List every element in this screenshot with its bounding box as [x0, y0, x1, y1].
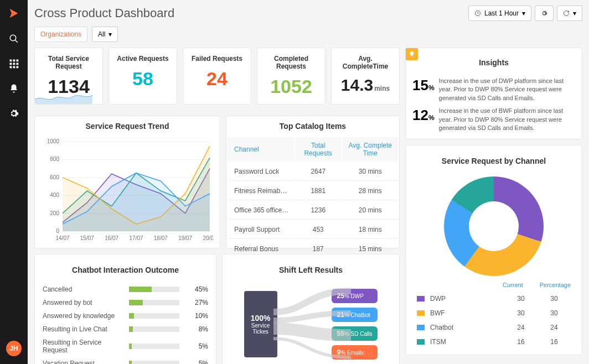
avatar[interactable]: JH	[6, 341, 22, 356]
bar-pct: 27%	[188, 299, 208, 306]
svg-rect-8	[10, 66, 12, 69]
legend-current: 30	[504, 309, 538, 317]
filter-organizations[interactable]: Organizations	[34, 27, 87, 42]
col-total[interactable]: Total Requests	[295, 137, 342, 162]
bar-label: Resulting in Service Request	[43, 339, 120, 354]
chevron-down-icon: ▾	[108, 30, 112, 38]
legend-name: Chatbot	[430, 324, 504, 331]
page-title: Cross Product Dashboard	[34, 6, 174, 20]
table-row[interactable]: Office 365 office Ed…123620 mins	[228, 201, 398, 220]
cell-channel: Office 365 office Ed…	[228, 201, 294, 220]
insight-text: Increase in the use of BWF platform sinc…	[439, 107, 575, 132]
swatch	[417, 310, 425, 316]
bar-bg	[129, 344, 179, 349]
kpi-total[interactable]: Total Service Request 1134	[34, 48, 103, 105]
cell-total: 1236	[295, 201, 342, 220]
kpi-label: Total Service Request	[38, 55, 99, 70]
legend-row: ITSM1616	[411, 335, 576, 349]
legend-col-pct: Percentage	[540, 282, 571, 288]
bar-bg	[129, 287, 179, 292]
svg-rect-7	[17, 63, 19, 65]
legend-row: Chatbot2424	[411, 320, 576, 335]
swatch	[417, 339, 425, 345]
svg-text:200: 200	[50, 210, 59, 216]
timerange-dropdown[interactable]: Last 1 Hour ▾	[468, 6, 531, 21]
bar-bg	[129, 313, 179, 319]
kpi-avg[interactable]: Avg. CompleteTime 14.3mins	[331, 48, 400, 105]
table-row[interactable]: Payroll Support45318 mins	[228, 221, 398, 239]
bar-label: Resulting in Live Chat	[43, 325, 120, 333]
legend-name: ITSM	[430, 338, 504, 346]
bar-pct: 5%	[188, 360, 208, 364]
svg-rect-10	[17, 66, 19, 69]
svg-text:1000: 1000	[47, 138, 60, 144]
cell-total: 2647	[295, 163, 342, 181]
bar-pct: 10%	[188, 312, 208, 320]
settings-button[interactable]	[535, 6, 554, 21]
svg-text:20/07: 20/07	[203, 235, 213, 241]
gear-icon[interactable]	[9, 108, 19, 121]
kpi-label: Avg. CompleteTime	[335, 55, 396, 70]
bar-bg	[129, 300, 179, 305]
bar-row: Vacation Request5%	[43, 360, 208, 364]
legend-current: 30	[504, 295, 538, 303]
kpi-label: Completed Requests	[261, 55, 322, 70]
legend-name: DWP	[430, 295, 504, 303]
col-channel[interactable]: Channel	[228, 137, 294, 162]
svg-line-1	[15, 40, 18, 43]
svg-rect-3	[13, 60, 16, 62]
svg-text:800: 800	[50, 156, 59, 162]
table-row[interactable]: Password Lock264730 mins	[228, 163, 398, 181]
swatch	[417, 325, 425, 330]
kpi-row: Total Service Request 1134 Active Reques…	[34, 48, 400, 105]
main-columns: Total Service Request 1134 Active Reques…	[34, 48, 582, 364]
filter-all-dropdown[interactable]: All ▾	[92, 27, 118, 42]
search-icon[interactable]	[9, 34, 19, 46]
kpi-completed[interactable]: Completed Requests 1052	[257, 48, 326, 105]
bar-row: Resulting in Service Request5%	[43, 339, 208, 354]
svg-text:15/07: 15/07	[80, 235, 94, 241]
catalog-card: Top Catalog Items Channel Total Requests…	[226, 116, 400, 248]
table-row[interactable]: Fitness Reimaburse…188128 mins	[228, 182, 398, 200]
kpi-active[interactable]: Active Requests 58	[108, 48, 177, 105]
cell-total: 453	[295, 221, 342, 239]
cell-avg: 30 mins	[343, 163, 398, 181]
svg-rect-5	[10, 63, 12, 65]
bar-label: Vacation Request	[43, 360, 120, 364]
bar-row: Resulting in Live Chat8%	[43, 325, 208, 333]
cell-avg: 18 mins	[343, 221, 398, 239]
legend-current: 24	[504, 324, 538, 331]
bar-row: Answered by bot27%	[43, 299, 208, 306]
bar-row: Cancelled45%	[43, 285, 208, 293]
cell-avg: 28 mins	[343, 182, 398, 200]
svg-text:19/07: 19/07	[178, 235, 192, 241]
apps-icon[interactable]	[9, 59, 19, 71]
catalog-table: Channel Total Requests Avg. Complete Tim…	[226, 136, 399, 259]
kpi-value: 24	[206, 68, 228, 89]
svg-point-0	[10, 35, 16, 41]
logo-icon	[8, 8, 19, 22]
chevron-down-icon: ▾	[573, 9, 576, 17]
shift-target: 55% SD Calls	[332, 326, 378, 341]
svg-rect-4	[17, 60, 19, 62]
trend-title: Service Request Trend	[35, 116, 220, 136]
legend-pct: 16	[538, 338, 571, 346]
insight-row: 15%Increase in the use of DWP platform s…	[412, 77, 575, 102]
bar-label: Cancelled	[43, 285, 120, 293]
bar-pct: 8%	[188, 325, 208, 333]
insight-text: Increase in the use of DWP platform sinc…	[439, 77, 575, 102]
cell-channel: Password Lock	[228, 163, 294, 181]
bell-icon[interactable]	[9, 84, 19, 96]
lightbulb-icon	[406, 48, 418, 60]
main: Cross Product Dashboard Last 1 Hour ▾ ▾ …	[28, 0, 589, 364]
kpi-failed[interactable]: Failed Requests 24	[183, 48, 251, 105]
shift-title: Shift Left Results	[228, 260, 394, 280]
legend-pct: 24	[538, 324, 571, 331]
col-avg[interactable]: Avg. Complete Time	[343, 137, 398, 162]
legend-name: BWF	[430, 309, 504, 317]
svg-rect-6	[13, 63, 16, 65]
legend-pct: 30	[538, 295, 571, 303]
filters: Organizations All ▾	[34, 27, 582, 42]
refresh-button[interactable]: ▾	[557, 6, 582, 21]
shift-card: Shift Left Results 100% Service Tickes	[222, 254, 400, 364]
